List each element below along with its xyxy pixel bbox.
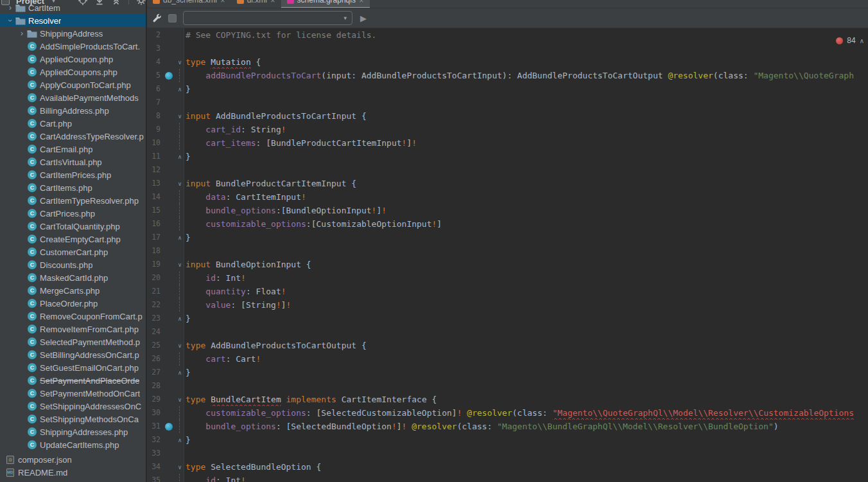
code-line[interactable]: 9 cart_id: String! xyxy=(147,123,868,136)
tree-item[interactable]: CUpdateCartItems.php xyxy=(0,438,146,451)
code-line[interactable]: 8∨input AddBundleProductsToCartInput { xyxy=(147,109,868,123)
code-line[interactable]: 10 cart_items: [BundleProductCartItemInp… xyxy=(147,136,868,150)
tree-item[interactable]: CBillingAddress.php xyxy=(0,104,146,117)
code-line[interactable]: 24 xyxy=(147,325,868,339)
tree-item[interactable]: CAddSimpleProductsToCart. xyxy=(0,40,146,53)
tree-item[interactable]: CSetShippingMethodsOnCa xyxy=(0,413,146,425)
tree-item[interactable]: CRemoveItemFromCart.php xyxy=(0,323,146,335)
fold-collapse-icon[interactable]: ∨ xyxy=(175,109,184,123)
fold-end-icon[interactable]: ∧ xyxy=(175,82,184,96)
close-tab-icon[interactable]: × xyxy=(270,0,275,4)
tree-item[interactable]: ›Resolver xyxy=(0,14,146,27)
fold-collapse-icon[interactable]: ∨ xyxy=(175,460,184,474)
graphql-endpoint-combobox[interactable]: ▾ xyxy=(183,11,352,25)
tree-item[interactable]: ›ShippingAddress xyxy=(0,27,146,40)
code-line[interactable]: 27∧} xyxy=(147,366,868,379)
tree-item[interactable]: CCartItemPrices.php xyxy=(0,168,146,181)
tree-item[interactable]: CAppliedCoupons.php xyxy=(0,66,146,78)
fold-collapse-icon[interactable]: ∨ xyxy=(175,393,184,406)
code-line[interactable]: 33 xyxy=(147,447,868,460)
tab-schema.graphqls[interactable]: schema.graphqls× xyxy=(281,0,370,8)
code-line[interactable]: 21 quantity: Float! xyxy=(147,285,868,298)
run-query-button[interactable]: ▶ xyxy=(360,13,367,23)
tree-item[interactable]: CShippingAddresses.php xyxy=(0,425,146,438)
code-line[interactable]: 18 xyxy=(147,244,868,258)
code-line[interactable]: 4∨type Mutation { xyxy=(147,55,868,69)
code-line[interactable]: 15 bundle_options:[BundleOptionInput!]! xyxy=(147,204,868,217)
expand-arrow-icon[interactable]: › xyxy=(17,27,27,40)
fold-end-icon[interactable]: ∧ xyxy=(175,366,184,379)
chevron-up-icon[interactable]: ∧ xyxy=(860,37,864,44)
tree-item[interactable]: CAppliedCoupon.php xyxy=(0,53,146,66)
inspections-widget[interactable]: 84 ∧ xyxy=(836,36,864,45)
tree-item[interactable]: CCustomerCart.php xyxy=(0,245,146,258)
code-line[interactable]: 23∧} xyxy=(147,312,868,325)
tree-item[interactable]: CCartItems.php xyxy=(0,181,146,194)
tree-item[interactable]: MDREADME.md xyxy=(0,466,146,479)
tree-item[interactable]: CSetShippingAddressesOnC xyxy=(0,400,146,413)
close-tab-icon[interactable]: × xyxy=(359,0,364,4)
fold-collapse-icon[interactable]: ∨ xyxy=(175,177,184,190)
tree-item[interactable]: CSetGuestEmailOnCart.php xyxy=(0,361,146,374)
code-line[interactable]: 35 id: Int! xyxy=(147,474,868,482)
fold-end-icon[interactable]: ∧ xyxy=(175,231,184,244)
code-line[interactable]: 5 addBundleProductsToCart(input: AddBund… xyxy=(147,69,868,82)
tree-item[interactable]: CDiscounts.php xyxy=(0,258,146,271)
code-line[interactable]: 22 value: [String!]! xyxy=(147,298,868,312)
tree-item[interactable]: CCartPrices.php xyxy=(0,207,146,220)
code-line[interactable]: 20 id: Int! xyxy=(147,271,868,285)
scheme-icon[interactable] xyxy=(168,14,177,22)
fold-end-icon[interactable]: ∧ xyxy=(175,312,184,325)
tree-item[interactable]: CCartTotalQuantity.php xyxy=(0,220,146,233)
code-line[interactable]: 3 xyxy=(147,42,868,55)
code-line[interactable]: 12 xyxy=(147,163,868,177)
code-line[interactable]: 25∨type AddBundleProductsToCartOutput { xyxy=(147,339,868,352)
code-line[interactable]: 34∨type SelectedBundleOption { xyxy=(147,460,868,474)
code-line[interactable]: 17∧} xyxy=(147,231,868,244)
code-line[interactable]: 13∨input BundleProductCartItemInput { xyxy=(147,177,868,190)
close-tab-icon[interactable]: × xyxy=(220,0,225,4)
tree-item[interactable]: CPlaceOrder.php xyxy=(0,297,146,310)
code-line[interactable]: 29∨type BundleCartItem implements CartIt… xyxy=(147,393,868,406)
code-line[interactable]: 19∨input BundleOptionInput { xyxy=(147,258,868,271)
tree-item[interactable]: CCart.php xyxy=(0,117,146,130)
code-line[interactable]: 32∧} xyxy=(147,433,868,447)
expand-arrow-icon[interactable]: › xyxy=(5,1,15,14)
expand-arrow-icon[interactable]: › xyxy=(5,14,15,27)
tree-item[interactable]: CSetBillingAddressOnCart.p xyxy=(0,348,146,361)
gutter-marker-cell[interactable] xyxy=(162,420,175,433)
code-line[interactable]: 11∧} xyxy=(147,150,868,163)
fold-end-icon[interactable]: ∧ xyxy=(175,150,184,163)
tree-item[interactable]: CCartItemTypeResolver.php xyxy=(0,194,146,207)
tree-item[interactable]: {}composer.json xyxy=(0,453,146,466)
tab-di.xml[interactable]: di.xml× xyxy=(231,0,281,8)
tree-item[interactable]: CCartIsVirtual.php xyxy=(0,156,146,168)
tree-item[interactable]: ›CartItem xyxy=(0,1,146,14)
code-line[interactable]: 16 customizable_options:[CustomizableOpt… xyxy=(147,217,868,231)
gutter-marker-cell[interactable] xyxy=(162,69,175,82)
code-line[interactable]: 6∧} xyxy=(147,82,868,96)
tree-item[interactable]: CMaskedCartId.php xyxy=(0,271,146,284)
tree-item[interactable]: CMergeCarts.php xyxy=(0,284,146,297)
tree-item[interactable]: CSetPaymentAndPlaceOrde xyxy=(0,374,146,387)
code-line[interactable]: 2# See COPYING.txt for license details. xyxy=(147,28,868,42)
tree-item[interactable]: CCartAddressTypeResolver.p xyxy=(0,130,146,143)
code-line[interactable]: 14 data: CartItemInput! xyxy=(147,190,868,204)
code-line[interactable]: 7 xyxy=(147,96,868,109)
fold-collapse-icon[interactable]: ∨ xyxy=(175,55,184,69)
code-line[interactable]: 31 bundle_options: [SelectedBundleOption… xyxy=(147,420,868,433)
tree-item[interactable]: CSetPaymentMethodOnCart xyxy=(0,387,146,400)
wrench-icon[interactable] xyxy=(152,13,162,23)
tree-item[interactable]: CRemoveCouponFromCart.p xyxy=(0,310,146,323)
tree-item[interactable]: CSelectedPaymentMethod.p xyxy=(0,335,146,348)
implemented-marker-icon[interactable] xyxy=(165,72,173,80)
code-line[interactable]: 28 xyxy=(147,379,868,393)
tab-db_schema.xml[interactable]: db_schema.xml× xyxy=(147,0,231,8)
code-line[interactable]: 26 cart: Cart! xyxy=(147,352,868,366)
tree-item[interactable]: CApplyCouponToCart.php xyxy=(0,78,146,91)
implemented-marker-icon[interactable] xyxy=(165,423,173,431)
code-line[interactable]: 30 customizable_options: [SelectedCustom… xyxy=(147,406,868,420)
fold-collapse-icon[interactable]: ∨ xyxy=(175,339,184,352)
fold-collapse-icon[interactable]: ∨ xyxy=(175,258,184,271)
tree-item[interactable]: CCartEmail.php xyxy=(0,143,146,156)
